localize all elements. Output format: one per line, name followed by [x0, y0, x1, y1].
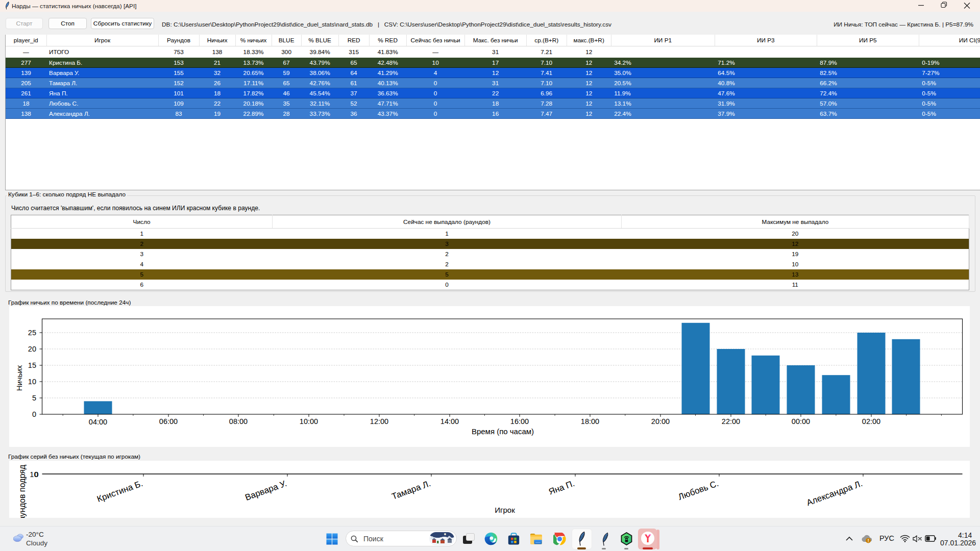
svg-text:Время (по часам): Время (по часам) [472, 427, 534, 436]
svg-text:Тамара Л.: Тамара Л. [390, 479, 432, 502]
svg-text:Кристина Б.: Кристина Б. [95, 479, 144, 504]
svg-text:02:00: 02:00 [862, 417, 880, 425]
svg-text:Игрок: Игрок [495, 506, 515, 514]
svg-text:20: 20 [28, 345, 36, 353]
svg-text:Яна П.: Яна П. [547, 479, 576, 497]
svg-text:16:00: 16:00 [510, 417, 529, 425]
svg-text:20:00: 20:00 [651, 417, 670, 425]
svg-text:5: 5 [32, 394, 36, 402]
svg-text:0: 0 [32, 410, 36, 418]
svg-text:10:00: 10:00 [300, 417, 318, 425]
svg-text:10: 10 [28, 378, 36, 386]
svg-text:04:00: 04:00 [89, 418, 107, 426]
svg-text:25: 25 [28, 329, 36, 337]
svg-text:Любовь С.: Любовь С. [677, 479, 720, 502]
svg-text:Раундов подряд: Раундов подряд [18, 464, 27, 518]
svg-text:22:00: 22:00 [722, 417, 740, 425]
svg-text:06:00: 06:00 [159, 417, 178, 425]
svg-text:0: 0 [34, 470, 38, 479]
svg-text:00:00: 00:00 [792, 417, 810, 425]
svg-text:18:00: 18:00 [581, 417, 599, 425]
svg-text:12:00: 12:00 [370, 417, 388, 425]
svg-text:Варвара У.: Варвара У. [244, 479, 288, 503]
svg-text:Ничьих: Ничьих [15, 365, 23, 391]
svg-text:08:00: 08:00 [229, 417, 248, 425]
svg-text:Александра Л.: Александра Л. [805, 479, 864, 508]
svg-text:14:00: 14:00 [440, 417, 459, 425]
svg-text:15: 15 [28, 361, 36, 369]
